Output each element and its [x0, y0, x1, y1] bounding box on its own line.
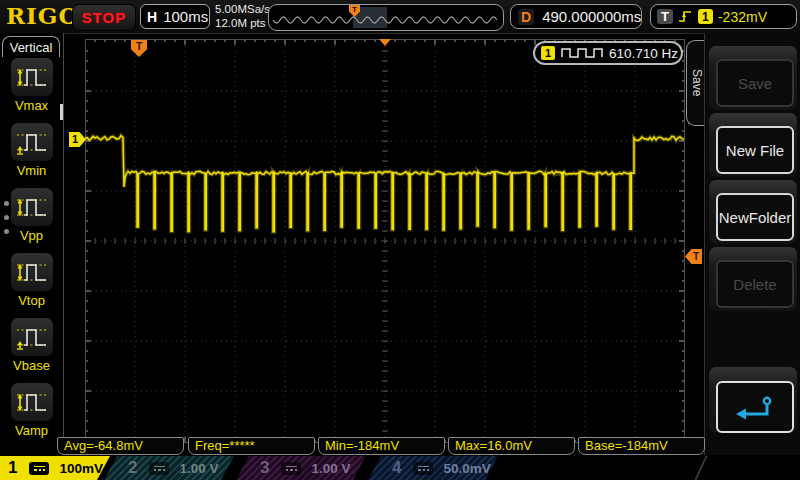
- top-bar: RIGOL STOP H 100ms 5.00MSa/s 12.0M pts T…: [0, 0, 800, 34]
- new-file-button[interactable]: New File: [716, 126, 794, 174]
- menu-slot: Save: [709, 46, 797, 110]
- vmax-icon: [11, 58, 53, 96]
- trigger-label: T: [657, 9, 673, 24]
- vbase-icon: [11, 318, 53, 356]
- horizontal-label: H: [147, 9, 157, 25]
- new-folder-button[interactable]: NewFolder: [716, 193, 794, 241]
- measurement-base[interactable]: Base=-184mV: [578, 437, 705, 455]
- channel1-number: 1: [8, 458, 17, 478]
- sample-rate: 5.00MSa/s: [215, 3, 270, 17]
- measurement-avg[interactable]: Avg=-64.8mV: [57, 437, 184, 455]
- channel4-number: 4: [392, 458, 401, 478]
- channel2-status[interactable]: 2 1.00 V: [104, 456, 234, 480]
- graticule: [85, 39, 685, 443]
- acquisition-info: 5.00MSa/s 12.0M pts: [215, 3, 270, 30]
- left-menu-title: Vertical: [2, 36, 60, 57]
- menu-item-label: Vmax: [0, 98, 63, 113]
- menu-slot: [709, 367, 797, 433]
- left-menu: Vertical Vmax Vmin Vpp Vtop: [0, 33, 64, 455]
- menu-item-label: Vamp: [0, 423, 63, 438]
- run-state-button[interactable]: STOP: [72, 4, 136, 31]
- vpp-icon: [11, 188, 53, 226]
- menu-item-label: Vmin: [0, 163, 63, 178]
- channel-bar: 1 100mV 2 1.00 V 3 1.00 V 4 50.0mV: [0, 456, 800, 480]
- rising-edge-icon: [678, 9, 693, 24]
- trigger-block[interactable]: T 1 -232mV: [650, 4, 797, 29]
- return-arrow-icon: [733, 392, 777, 422]
- menu-item-vamp[interactable]: Vamp: [0, 383, 63, 438]
- horizontal-scale-value: 100ms: [163, 8, 208, 25]
- right-menu-panel: Save New File NewFolder Delete: [704, 33, 800, 455]
- delay-label: D: [518, 9, 534, 25]
- dc-coupling-icon: [281, 462, 301, 475]
- menu-item-label: Vpp: [0, 228, 63, 243]
- dc-coupling-icon: [29, 462, 49, 475]
- square-wave-icon: [561, 46, 603, 60]
- menu-item-vmax[interactable]: Vmax: [0, 58, 63, 113]
- channel3-scale: 1.00 V: [311, 461, 350, 476]
- memory-depth: 12.0M pts: [215, 17, 270, 31]
- vamp-icon: [11, 383, 53, 421]
- channel3-status[interactable]: 3 1.00 V: [236, 456, 366, 480]
- menu-slot: Delete: [709, 247, 797, 311]
- channel1-status[interactable]: 1 100mV: [0, 456, 110, 480]
- measurement-max[interactable]: Max=16.0mV: [448, 437, 575, 455]
- menu-page-dots: [4, 201, 9, 234]
- oscilloscope-screen: RIGOL STOP H 100ms 5.00MSa/s 12.0M pts T…: [0, 0, 800, 480]
- dc-coupling-icon: [413, 462, 433, 475]
- delete-button[interactable]: Delete: [716, 260, 794, 308]
- channel-bar-divider: [694, 456, 707, 480]
- dc-coupling-icon: [149, 462, 169, 475]
- delay-value: 490.000000ms: [542, 8, 641, 25]
- channel4-status[interactable]: 4 50.0mV: [368, 456, 498, 480]
- measurement-freq[interactable]: Freq=*****: [188, 437, 315, 455]
- channel3-number: 3: [260, 458, 269, 478]
- menu-item-vpp[interactable]: Vpp: [0, 188, 63, 243]
- channel1-scale: 100mV: [59, 461, 103, 476]
- screen-center-marker: [379, 39, 391, 46]
- menu-item-vmin[interactable]: Vmin: [0, 123, 63, 178]
- delay-block[interactable]: D 490.000000ms: [510, 4, 642, 29]
- return-button[interactable]: [716, 381, 794, 433]
- measurement-min[interactable]: Min=-184mV: [318, 437, 445, 455]
- channel1-level-marker[interactable]: 1: [69, 132, 86, 147]
- channel2-number: 2: [128, 458, 137, 478]
- grid-and-trace: [85, 39, 685, 443]
- trigger-level-marker[interactable]: T: [685, 249, 702, 264]
- trigger-level-value: -232mV: [718, 9, 767, 25]
- menu-slot: New File: [709, 113, 797, 177]
- freq-counter-source-badge: 1: [541, 46, 555, 60]
- menu-item-vtop[interactable]: Vtop: [0, 253, 63, 308]
- preview-waveform: [269, 5, 503, 30]
- waveform-preview[interactable]: T: [268, 4, 504, 31]
- menu-slot: NewFolder: [709, 180, 797, 244]
- right-menu-tab: Save: [686, 40, 706, 126]
- freq-counter-value: 610.710 Hz: [609, 46, 678, 61]
- menu-item-label: Vtop: [0, 293, 63, 308]
- menu-item-label: Vbase: [0, 358, 63, 373]
- vmin-icon: [11, 123, 53, 161]
- channel4-scale: 50.0mV: [443, 461, 490, 476]
- frequency-counter: 1 610.710 Hz: [533, 41, 683, 65]
- menu-item-vbase[interactable]: Vbase: [0, 318, 63, 373]
- vtop-icon: [11, 253, 53, 291]
- trigger-source-badge: 1: [698, 9, 713, 24]
- menu-scroll-indicator: [60, 104, 63, 120]
- save-button[interactable]: Save: [716, 59, 794, 107]
- horizontal-scale-block[interactable]: H 100ms: [140, 4, 210, 29]
- channel2-scale: 1.00 V: [179, 461, 218, 476]
